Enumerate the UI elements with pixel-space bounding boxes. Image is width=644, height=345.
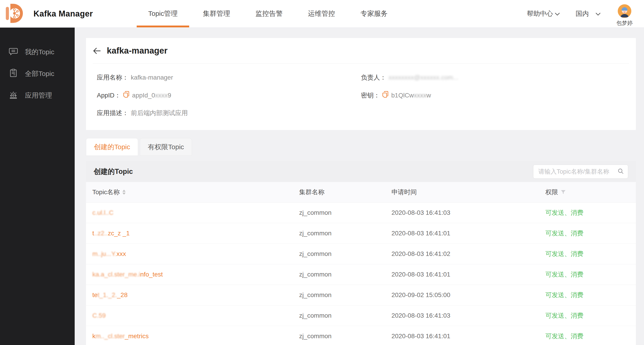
apply-time-cell: 2020-08-03 16:41:03 [392,312,545,319]
field-label: 密钥： [361,91,380,100]
apply-time-cell: 2020-08-03 16:41:01 [392,230,545,237]
app-detail-card: kafka-manager 应用名称： kafka-manager 负责人： x… [86,38,636,130]
avatar [618,4,631,19]
table-row: tet_1._2._28 zj_common 2020-09-02 15:05:… [86,285,636,306]
tab-label: 创建的Topic [94,142,130,152]
nav-tab-topic-management[interactable]: Topic管理 [148,0,178,27]
help-center-menu[interactable]: 帮助中心 [527,9,560,18]
topic-name-link[interactable]: C.59 [92,312,106,319]
cluster-name-cell: zj_common [299,250,392,258]
field-label: 应用描述： [97,109,128,117]
sidebar-item-label: 全部Topic [25,69,54,78]
permission-cell: 可发送、消费 [545,270,636,279]
topic-name-link[interactable]: c.ul.l..C [92,209,113,216]
apply-time-cell: 2020-08-03 16:41:01 [392,271,545,278]
field-label: 负责人： [361,73,386,82]
table-row: c.ul.l..C zj_common 2020-08-03 16:41:03 … [86,203,636,223]
brand: Kafka Manager [5,3,93,25]
owner-masked-value: xxxxxxxx@xxxxxx.com... [388,74,458,81]
topic-name-link[interactable]: m..ju...Y.xxx [92,250,126,257]
sidebar-item-all-topic[interactable]: 全部Topic [0,68,75,80]
panel-title: 创建的Topic [94,167,133,176]
cluster-name-cell: zj_common [299,292,392,299]
cluster-name-cell: zj_common [299,312,392,319]
copy-icon[interactable] [382,91,389,100]
topic-name-link[interactable]: ka.a_cl.ster_me.info_test [92,271,163,278]
region-selector[interactable]: 国内 [576,9,600,18]
topic-tabs: 创建的Topic 有权限Topic [86,138,636,156]
nav-tab-expert-service[interactable]: 专家服务 [360,0,388,27]
topic-search-box[interactable] [533,165,628,179]
header-right: 帮助中心 国内 [527,1,633,27]
column-header-apply-time: 申请时间 [392,188,545,196]
sort-icon[interactable] [122,190,126,195]
tab-created-topic[interactable]: 创建的Topic [86,138,138,156]
tab-label: 有权限Topic [148,142,184,152]
field-owner: 负责人： xxxxxxxx@xxxxxx.com... [361,73,636,82]
nav-tab-ops-control[interactable]: 运维管控 [308,0,335,27]
permission-cell: 可发送、消费 [545,250,636,258]
chevron-down-icon [555,10,560,17]
nav-tab-label: 集群管理 [203,9,230,18]
column-header-permission: 权限 [545,188,636,196]
table-header-row: Topic名称 集群名称 申请时间 权限 [86,182,636,203]
app-title: Kafka Manager [34,9,93,18]
permission-cell: 可发送、消费 [545,291,636,299]
apply-time-cell: 2020-08-03 16:41:02 [392,250,545,258]
tab-authorized-topic[interactable]: 有权限Topic [140,138,192,156]
field-value: kafka-manager [131,74,173,81]
back-arrow-icon[interactable] [93,47,101,54]
created-topic-panel: 创建的Topic Topic名称 集群名称 申 [86,161,636,345]
sidebar-item-label: 我的Topic [25,47,54,57]
filter-icon[interactable] [561,190,566,194]
topic-name-link[interactable]: t..z2..zc_z _1 [92,230,130,237]
topic-name-link[interactable]: km.._cl.ster_metrics [92,333,149,340]
app-detail-fields: 应用名称： kafka-manager 负责人： xxxxxxxx@xxxxxx… [86,64,636,117]
field-label: 应用名称： [97,73,128,82]
table-row: m..ju...Y.xxx zj_common 2020-08-03 16:41… [86,244,636,264]
sidebar-item-app-management[interactable]: 应用管理 [0,89,75,101]
field-app-name: 应用名称： kafka-manager [97,73,361,82]
secret-value: b1QlCwxxxxw [391,92,431,99]
permission-cell: 可发送、消费 [545,229,636,238]
top-header: Kafka Manager Topic管理 集群管理 监控告警 运维管控 专家服… [0,0,644,27]
user-menu[interactable]: 包梦婷 [616,4,633,27]
help-center-label: 帮助中心 [527,9,553,18]
nav-tab-label: 运维管控 [308,9,335,18]
column-header-cluster-name: 集群名称 [299,188,392,196]
permission-cell: 可发送、消费 [545,332,636,341]
nav-tab-cluster-management[interactable]: 集群管理 [203,0,230,27]
table-row: t..z2..zc_z _1 zj_common 2020-08-03 16:4… [86,223,636,244]
apply-time-cell: 2020-09-02 15:05:00 [392,292,545,299]
field-app-desc: 应用描述： 前后端内部测试应用 [97,109,361,117]
siren-icon [8,90,18,101]
nav-tab-monitor-alert[interactable]: 监控告警 [256,0,283,27]
search-icon[interactable] [618,168,624,175]
copy-icon[interactable] [123,91,130,100]
topic-search-input[interactable] [538,168,618,175]
kafka-manager-logo-icon [5,3,26,25]
field-label: AppID： [97,91,121,100]
table-row: km.._cl.ster_metrics zj_common 2020-08-0… [86,326,636,345]
field-value: 前后端内部测试应用 [131,109,188,117]
topic-table-body: c.ul.l..C zj_common 2020-08-03 16:41:03 … [86,203,636,345]
user-name: 包梦婷 [616,19,633,27]
column-header-topic-name: Topic名称 [92,188,299,196]
nav-tab-label: 专家服务 [360,9,388,18]
main-nav: Topic管理 集群管理 监控告警 运维管控 专家服务 [148,0,388,27]
topic-name-link[interactable]: tet_1._2._28 [92,292,128,299]
cluster-name-cell: zj_common [299,230,392,237]
sidebar-item-label: 应用管理 [25,91,52,100]
appid-value: appId_0xxxx9 [132,92,171,99]
cluster-name-cell: zj_common [299,271,392,278]
page-title: kafka-manager [107,46,168,56]
sidebar-item-my-topic[interactable]: 我的Topic [0,46,75,58]
apply-time-cell: 2020-08-03 16:41:01 [392,333,545,340]
nav-tab-label: 监控告警 [256,9,283,18]
chevron-down-icon [596,10,600,17]
main-area: kafka-manager 应用名称： kafka-manager 负责人： x… [75,27,644,345]
panel-header: 创建的Topic [86,161,636,182]
clipboard-icon [8,68,18,79]
nav-tab-label: Topic管理 [148,9,178,18]
permission-cell: 可发送、消费 [545,311,636,320]
